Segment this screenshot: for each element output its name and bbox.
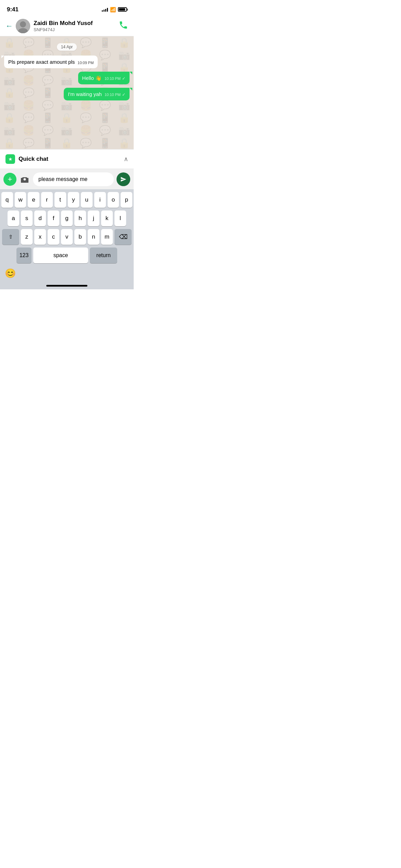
quick-chat-panel[interactable]: ★ Quick chat ∧: [0, 149, 134, 169]
emoji-row: 😊: [1, 266, 132, 283]
status-bar: 9:41 📶: [0, 0, 134, 16]
key-r[interactable]: r: [41, 192, 53, 208]
key-b[interactable]: b: [74, 229, 86, 245]
message-time: 10:10 PM: [105, 76, 121, 81]
table-row: I'm waiting yah 10:10 PM ✓: [4, 88, 130, 100]
key-f[interactable]: f: [48, 210, 59, 226]
key-h[interactable]: h: [74, 210, 86, 226]
contact-info: Zaidi Bin Mohd Yusof SNF9474J: [34, 20, 119, 32]
key-s[interactable]: s: [21, 210, 33, 226]
key-x[interactable]: x: [34, 229, 46, 245]
backspace-key[interactable]: ⌫: [114, 229, 132, 245]
key-c[interactable]: c: [48, 229, 59, 245]
key-a[interactable]: a: [8, 210, 19, 226]
key-v[interactable]: v: [61, 229, 73, 245]
quick-chat-icon: ★: [5, 154, 15, 164]
wifi-icon: 📶: [110, 7, 116, 12]
keyboard: q w e r t y u i o p a s d f g h j k l ⇧ …: [0, 189, 134, 289]
send-button[interactable]: [117, 172, 130, 186]
keyboard-row-2: a s d f g h j k l: [1, 210, 132, 226]
key-p[interactable]: p: [121, 192, 132, 208]
chat-messages: 14 Apr Pls prepare axact amount pls 10:0…: [0, 36, 134, 106]
contact-id: SNF9474J: [34, 27, 119, 32]
status-time: 9:41: [7, 6, 19, 13]
add-button[interactable]: +: [3, 173, 16, 186]
key-o[interactable]: o: [108, 192, 119, 208]
home-indicator: [1, 283, 132, 288]
phone-button[interactable]: [119, 20, 128, 32]
app-container: 9:41 📶 ← Z: [0, 0, 134, 289]
checkmarks: ✓: [122, 76, 125, 82]
key-j[interactable]: j: [88, 210, 99, 226]
outgoing-bubble: I'm waiting yah 10:10 PM ✓: [64, 88, 130, 100]
home-bar: [46, 285, 87, 287]
outgoing-bubble: Hello 👋 10:10 PM ✓: [78, 72, 130, 84]
input-area: +: [0, 169, 134, 189]
key-e[interactable]: e: [28, 192, 39, 208]
avatar: [16, 19, 30, 33]
message-text: Pls prepare axact amount pls: [8, 58, 75, 65]
message-time: 10:10 PM: [105, 92, 121, 97]
message-input[interactable]: [33, 172, 114, 186]
contact-name: Zaidi Bin Mohd Yusof: [34, 20, 119, 27]
message-time: 10:09 PM: [77, 60, 94, 65]
svg-point-1: [20, 21, 26, 27]
numeric-key[interactable]: 123: [16, 248, 32, 263]
key-k[interactable]: k: [101, 210, 113, 226]
message-text: I'm waiting yah: [68, 91, 102, 98]
signal-icon: [102, 8, 108, 12]
key-t[interactable]: t: [54, 192, 66, 208]
back-button[interactable]: ←: [5, 22, 13, 31]
status-icons: 📶: [102, 7, 127, 12]
quick-chat-label: Quick chat: [19, 156, 48, 162]
key-q[interactable]: q: [1, 192, 13, 208]
key-u[interactable]: u: [81, 192, 93, 208]
keyboard-row-1: q w e r t y u i o p: [1, 192, 132, 208]
date-badge: 14 Apr: [4, 43, 130, 51]
quick-chat-header[interactable]: ★ Quick chat ∧: [0, 149, 134, 169]
key-w[interactable]: w: [15, 192, 26, 208]
space-key[interactable]: space: [33, 248, 88, 263]
key-g[interactable]: g: [61, 210, 73, 226]
shift-key[interactable]: ⇧: [2, 229, 19, 245]
chat-area: 🔒💬📱🔒💬📱🔒 📷🍔💬📷🍔💬📷 🔒💬📱🔒💬📱🔒 📷🍔💬📷🍔💬📷 🔒💬📱🔒💬📱🔒 …: [0, 36, 134, 149]
message-text: Hello 👋: [82, 74, 102, 82]
keyboard-row-3: ⇧ z x c v b n m ⌫: [1, 229, 132, 245]
key-l[interactable]: l: [114, 210, 126, 226]
key-z[interactable]: z: [21, 229, 33, 245]
table-row: Pls prepare axact amount pls 10:09 PM: [4, 56, 130, 68]
table-row: Hello 👋 10:10 PM ✓: [4, 72, 130, 84]
incoming-bubble: Pls prepare axact amount pls 10:09 PM: [4, 56, 98, 68]
key-d[interactable]: d: [34, 210, 46, 226]
battery-icon: [118, 7, 127, 12]
chat-header: ← Zaidi Bin Mohd Yusof SNF9474J: [0, 16, 134, 36]
camera-button[interactable]: [19, 174, 30, 185]
keyboard-row-4: 123 space return: [1, 248, 132, 263]
key-i[interactable]: i: [94, 192, 106, 208]
key-m[interactable]: m: [101, 229, 113, 245]
checkmarks: ✓: [122, 92, 125, 98]
emoji-button[interactable]: 😊: [5, 268, 16, 279]
chevron-up-icon[interactable]: ∧: [124, 155, 128, 163]
key-n[interactable]: n: [88, 229, 99, 245]
key-y[interactable]: y: [68, 192, 80, 208]
return-key[interactable]: return: [90, 248, 117, 263]
